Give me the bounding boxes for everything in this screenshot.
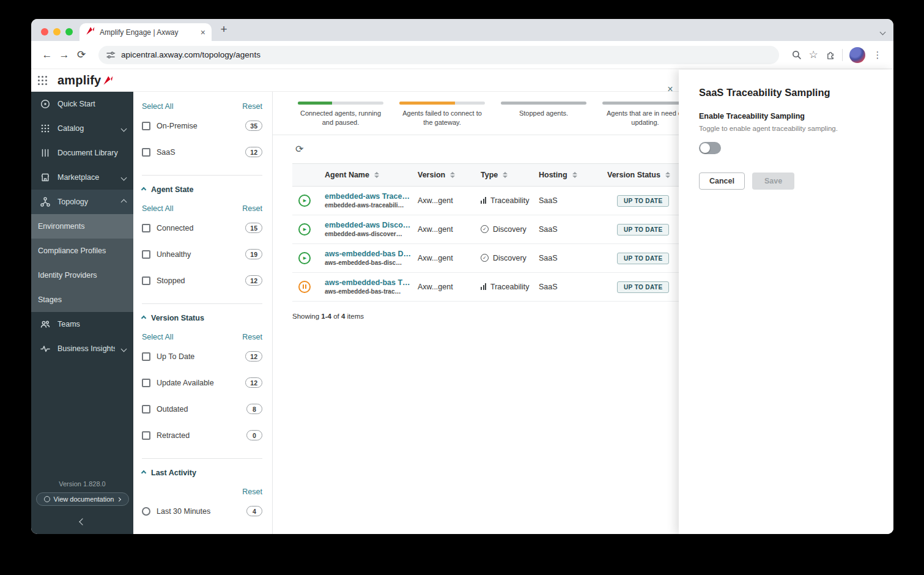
column-header-version[interactable]: Version — [418, 171, 481, 179]
zoom-icon[interactable] — [788, 50, 805, 60]
sidebar-item-label: Teams — [57, 320, 126, 328]
traceability-toggle[interactable] — [699, 142, 721, 154]
agent-hosting: SaaS — [539, 283, 607, 291]
agent-name-link[interactable]: embedded-aws Trace… — [325, 192, 418, 201]
column-header-hosting[interactable]: Hosting — [539, 171, 607, 179]
agent-running-icon: ▶ — [298, 252, 311, 264]
agent-hosting: SaaS — [539, 254, 607, 262]
sidebar-item-label: Quick Start — [57, 100, 126, 108]
tab-strip: Amplify Engage | Axway × + — [31, 19, 893, 41]
sidebar-item-catalog[interactable]: Catalog — [31, 116, 133, 141]
filter-section-agent-state: Agent State Select All Reset Connected 1… — [142, 175, 262, 294]
back-icon[interactable]: ← — [39, 49, 56, 61]
checkbox[interactable] — [142, 352, 150, 361]
browser-menu-icon[interactable]: ⋮ — [869, 50, 886, 61]
checkbox[interactable] — [142, 224, 150, 232]
filter-option-on-premise[interactable]: On-Premise 35 — [142, 113, 262, 139]
window-minimize-button[interactable] — [53, 28, 61, 35]
address-bar[interactable]: apicentral.axway.com/topology/agents — [98, 46, 779, 64]
sidebar-item-marketplace[interactable]: Marketplace — [31, 165, 133, 190]
window-zoom-button[interactable] — [65, 28, 73, 35]
tab-list-chevron-icon[interactable] — [881, 26, 885, 37]
filter-option-update-available[interactable]: Update Available 12 — [142, 369, 262, 396]
tab-close-icon[interactable]: × — [201, 28, 205, 37]
filter-label: Up To Date — [157, 352, 245, 361]
column-header-agent-name[interactable]: Agent Name — [317, 171, 418, 179]
filter-option-outdated[interactable]: Outdated 8 — [142, 396, 262, 422]
hosting-reset-link[interactable]: Reset — [242, 102, 262, 111]
sidebar-item-compliance-profiles[interactable]: Compliance Profiles — [31, 239, 133, 263]
site-settings-icon[interactable] — [106, 50, 116, 60]
profile-avatar[interactable] — [849, 47, 865, 63]
checkbox[interactable] — [142, 431, 150, 440]
status-card-updating[interactable]: Agents that are in need of updating. — [602, 102, 688, 127]
save-button[interactable]: Save — [752, 172, 794, 190]
refresh-icon[interactable]: ⟳ — [295, 143, 303, 155]
status-card-label: Stopped agents. — [501, 109, 586, 118]
last-activity-reset-link[interactable]: Reset — [242, 488, 262, 496]
browser-tab[interactable]: Amplify Engage | Axway × — [79, 23, 212, 41]
radio-button[interactable] — [142, 507, 150, 516]
agent-state-select-all-link[interactable]: Select All — [142, 204, 173, 213]
agent-subname: aws-embedded-bas-trac… — [325, 288, 418, 295]
checkbox[interactable] — [142, 122, 150, 130]
checkbox[interactable] — [142, 250, 150, 259]
cancel-button[interactable]: Cancel — [699, 172, 745, 190]
new-tab-button[interactable]: + — [216, 23, 231, 36]
checkbox[interactable] — [142, 276, 150, 285]
filter-option-unhealthy[interactable]: Unhealthy 19 — [142, 241, 262, 267]
filter-option-connected[interactable]: Connected 15 — [142, 215, 262, 241]
version-status-reset-link[interactable]: Reset — [242, 333, 262, 341]
hosting-select-all-link[interactable]: Select All — [142, 102, 173, 111]
sidebar-item-quick-start[interactable]: Quick Start — [31, 92, 133, 116]
filter-option-retracted[interactable]: Retracted 0 — [142, 422, 262, 448]
sidebar-item-label: Document Library — [57, 149, 126, 157]
forward-icon[interactable]: → — [56, 49, 73, 61]
agent-state-reset-link[interactable]: Reset — [242, 204, 262, 213]
view-documentation-button[interactable]: View documentation — [36, 492, 129, 506]
agent-type: ✓ Discovery — [481, 254, 539, 262]
section-header[interactable]: Version Status — [142, 314, 262, 322]
agent-version: Axw...gent — [418, 196, 481, 205]
agent-version: Axw...gent — [418, 283, 481, 291]
amplify-logo[interactable]: amplify — [57, 73, 113, 87]
agent-name-link[interactable]: aws-embedded-bas D… — [325, 250, 418, 258]
sidebar-item-document-library[interactable]: Document Library — [31, 141, 133, 165]
filter-option-up-to-date[interactable]: Up To Date 12 — [142, 343, 262, 369]
section-header[interactable]: Agent State — [142, 185, 262, 194]
bookmark-star-icon[interactable]: ☆ — [805, 48, 822, 61]
sidebar-item-environments[interactable]: Environments — [31, 214, 133, 239]
sidebar-item-stages[interactable]: Stages — [31, 288, 133, 312]
extensions-icon[interactable] — [822, 50, 839, 60]
view-documentation-label: View documentation — [54, 495, 114, 503]
checkbox[interactable] — [142, 148, 150, 157]
version-status-badge: UP TO DATE — [617, 281, 669, 293]
agent-name-link[interactable]: embedded-aws Disco… — [325, 221, 418, 229]
column-header-type[interactable]: Type — [481, 171, 539, 179]
topology-icon — [40, 196, 51, 207]
status-card-failed[interactable]: Agents failed to connect to the gateway. — [399, 102, 485, 127]
filter-option-last-30-minutes[interactable]: Last 30 Minutes 4 — [142, 498, 262, 524]
section-header[interactable]: Last Activity — [142, 469, 262, 477]
sidebar-item-identity-providers[interactable]: Identity Providers — [31, 263, 133, 288]
status-card-stopped[interactable]: Stopped agents. — [501, 102, 586, 127]
version-status-badge: UP TO DATE — [617, 195, 669, 207]
count-badge: 12 — [245, 351, 262, 362]
window-close-button[interactable] — [41, 28, 48, 35]
app-launcher-icon[interactable] — [38, 76, 48, 85]
version-status-select-all-link[interactable]: Select All — [142, 333, 173, 341]
agent-name-link[interactable]: aws-embedded-bas T… — [325, 278, 418, 287]
sidebar-collapse-button[interactable] — [80, 516, 85, 527]
sidebar-item-topology[interactable]: Topology — [31, 190, 133, 214]
pulse-icon — [40, 343, 51, 354]
drawer-close-icon[interactable]: × — [664, 83, 676, 95]
filter-option-stopped[interactable]: Stopped 12 — [142, 267, 262, 294]
sidebar-subitem-label: Identity Providers — [38, 271, 97, 280]
reload-icon[interactable]: ⟳ — [73, 48, 90, 61]
sidebar-item-business-insights[interactable]: Business Insights — [31, 336, 133, 361]
status-card-connected[interactable]: Connected agents, running and paused. — [298, 102, 383, 127]
filter-option-saas[interactable]: SaaS 12 — [142, 139, 262, 165]
checkbox[interactable] — [142, 379, 150, 387]
sidebar-item-teams[interactable]: Teams — [31, 312, 133, 336]
checkbox[interactable] — [142, 405, 150, 414]
